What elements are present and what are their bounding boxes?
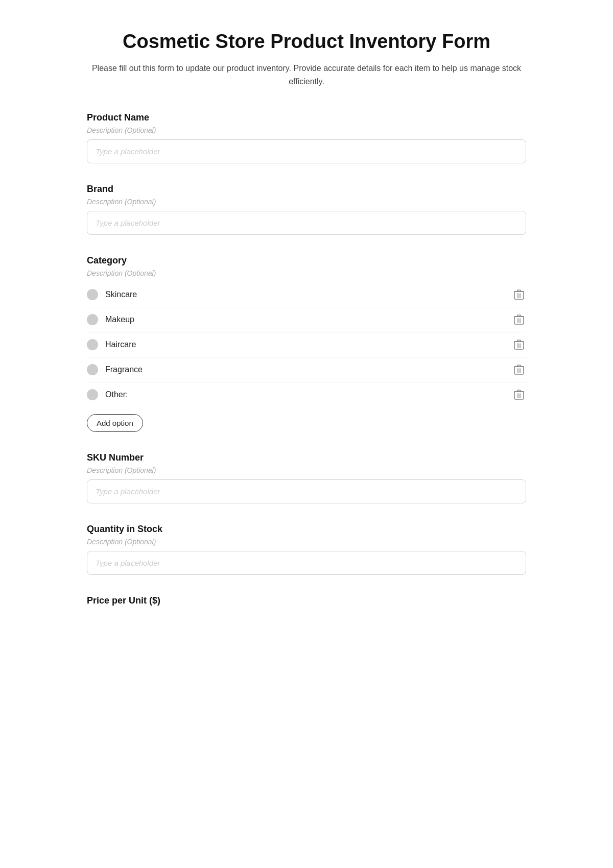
svg-rect-1 (514, 317, 524, 324)
category-option-skincare-label: Skincare (105, 290, 137, 299)
radio-circle-fragrance (87, 364, 98, 375)
category-label: Category (87, 255, 526, 266)
quantity-label: Quantity in Stock (87, 524, 526, 535)
brand-description: Description (Optional) (87, 198, 526, 206)
product-name-description: Description (Optional) (87, 126, 526, 134)
category-option-makeup[interactable]: Makeup (87, 307, 526, 332)
category-option-skincare[interactable]: Skincare (87, 282, 526, 307)
sku-input[interactable] (87, 479, 526, 503)
category-description: Description (Optional) (87, 269, 526, 277)
product-name-label: Product Name (87, 112, 526, 123)
brand-label: Brand (87, 184, 526, 195)
category-option-fragrance-label: Fragrance (105, 365, 143, 374)
product-name-input[interactable] (87, 139, 526, 163)
category-option-other-label: Other: (105, 390, 128, 399)
sku-description: Description (Optional) (87, 466, 526, 474)
sku-label: SKU Number (87, 452, 526, 463)
radio-circle-haircare (87, 339, 98, 350)
price-label: Price per Unit ($) (87, 595, 526, 606)
category-option-fragrance[interactable]: Fragrance (87, 357, 526, 382)
category-option-haircare-label: Haircare (105, 340, 136, 349)
radio-circle-other (87, 389, 98, 400)
delete-makeup-button[interactable] (512, 312, 526, 327)
price-section: Price per Unit ($) (87, 595, 526, 606)
sku-section: SKU Number Description (Optional) (87, 452, 526, 503)
quantity-section: Quantity in Stock Description (Optional) (87, 524, 526, 575)
form-container: Cosmetic Store Product Inventory Form Pl… (87, 31, 526, 837)
delete-skincare-button[interactable] (512, 287, 526, 302)
quantity-description: Description (Optional) (87, 538, 526, 546)
svg-rect-4 (514, 392, 524, 399)
radio-circle-skincare (87, 289, 98, 300)
product-name-section: Product Name Description (Optional) (87, 112, 526, 163)
category-option-haircare[interactable]: Haircare (87, 332, 526, 357)
delete-haircare-button[interactable] (512, 337, 526, 352)
svg-rect-3 (514, 367, 524, 374)
add-option-label: Add option (97, 419, 133, 427)
category-section: Category Description (Optional) Skincare (87, 255, 526, 432)
delete-fragrance-button[interactable] (512, 363, 526, 377)
category-option-makeup-label: Makeup (105, 315, 134, 324)
category-option-other[interactable]: Other: (87, 382, 526, 407)
brand-section: Brand Description (Optional) (87, 184, 526, 235)
radio-circle-makeup (87, 314, 98, 325)
brand-input[interactable] (87, 211, 526, 235)
svg-rect-2 (514, 342, 524, 349)
delete-other-button[interactable] (512, 388, 526, 402)
form-title: Cosmetic Store Product Inventory Form (87, 31, 526, 53)
add-option-button[interactable]: Add option (87, 414, 143, 432)
svg-rect-0 (514, 292, 524, 299)
form-subtitle: Please fill out this form to update our … (87, 62, 526, 88)
quantity-input[interactable] (87, 551, 526, 575)
category-options: Skincare Makeup (87, 282, 526, 407)
